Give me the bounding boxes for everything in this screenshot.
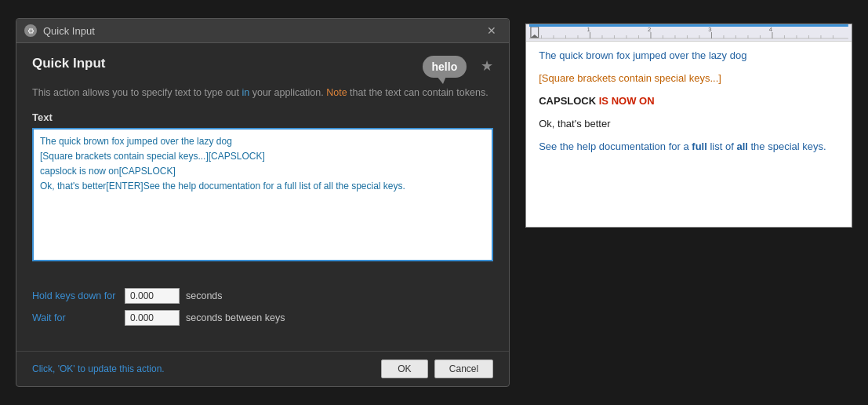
- footer-note: Click, 'OK' to update this action.: [32, 363, 165, 374]
- text-section-label: Text: [32, 111, 493, 123]
- svg-rect-0: [529, 24, 848, 42]
- footer-buttons: OK Cancel: [381, 359, 493, 378]
- capslock-label: CAPSLOCK: [539, 95, 599, 107]
- desc-text-3: your application.: [249, 87, 326, 98]
- hold-keys-label: Hold keys down for: [32, 290, 118, 301]
- text-area-container: The quick brown fox jumped over the lazy…: [32, 128, 493, 277]
- wait-for-row: Wait for seconds between keys: [32, 310, 493, 326]
- hold-keys-input[interactable]: [125, 288, 180, 304]
- cancel-button[interactable]: Cancel: [434, 359, 493, 378]
- wait-input[interactable]: [125, 310, 180, 326]
- dialog-title: Quick Input: [32, 56, 106, 71]
- preview-line-4: Ok, that's better: [539, 118, 839, 130]
- wait-label: Wait for: [32, 312, 118, 323]
- titlebar-left: ⚙ Quick Input: [24, 24, 95, 37]
- dialog-header: Quick Input hello ★: [32, 56, 493, 78]
- ruler-svg: 1 2 3 4: [529, 24, 848, 42]
- quick-input-dialog: ⚙ Quick Input ✕ Quick Input hello ★ This…: [16, 18, 510, 387]
- word-all: all: [736, 140, 747, 152]
- dialog-footer: Click, 'OK' to update this action. OK Ca…: [16, 351, 509, 386]
- desc-text-note: Note: [326, 87, 347, 98]
- close-button[interactable]: ✕: [482, 24, 501, 38]
- preview-line-3: CAPSLOCK IS NOW ON: [539, 95, 839, 107]
- preview-content: The quick brown fox jumped over the lazy…: [526, 42, 852, 160]
- dialog-titlebar: ⚙ Quick Input ✕: [16, 19, 509, 43]
- hold-keys-suffix: seconds: [186, 290, 223, 301]
- svg-text:3: 3: [709, 25, 713, 32]
- is-now-on: IS NOW ON: [599, 95, 655, 107]
- app-icon: ⚙: [24, 24, 37, 37]
- description: This action allows you to specify text t…: [32, 86, 493, 100]
- preview-panel: 1 2 3 4: [525, 24, 852, 228]
- preview-line-2: [Square brackets contain special keys...…: [539, 72, 839, 84]
- preview-line-1: The quick brown fox jumped over the lazy…: [539, 49, 839, 61]
- ok-button[interactable]: OK: [381, 359, 428, 378]
- text-input[interactable]: The quick brown fox jumped over the lazy…: [32, 128, 493, 261]
- hold-keys-row: Hold keys down for seconds: [32, 288, 493, 304]
- dialog-body: Quick Input hello ★ This action allows y…: [16, 43, 509, 351]
- svg-text:1: 1: [587, 25, 590, 32]
- wait-suffix: seconds between keys: [186, 312, 285, 323]
- desc-text-in: in: [242, 87, 250, 98]
- ruler: 1 2 3 4: [526, 24, 852, 42]
- svg-text:2: 2: [648, 25, 651, 32]
- word-full: full: [692, 140, 707, 152]
- speech-bubble-container: hello: [423, 56, 467, 78]
- svg-rect-33: [529, 24, 848, 27]
- desc-text-1: T: [32, 87, 38, 98]
- header-icons: hello ★: [423, 56, 494, 78]
- desc-text-2: his action allows you to specify text to…: [38, 87, 242, 98]
- preview-line-5: See the help documentation for a full li…: [539, 140, 839, 152]
- svg-text:4: 4: [769, 25, 773, 32]
- star-icon[interactable]: ★: [481, 57, 493, 75]
- desc-text-4: that the text can contain tokens.: [347, 87, 488, 98]
- dialog-title-bar-text: Quick Input: [43, 25, 95, 37]
- speech-bubble: hello: [423, 56, 467, 78]
- fields-section: Hold keys down for seconds Wait for seco…: [32, 288, 493, 326]
